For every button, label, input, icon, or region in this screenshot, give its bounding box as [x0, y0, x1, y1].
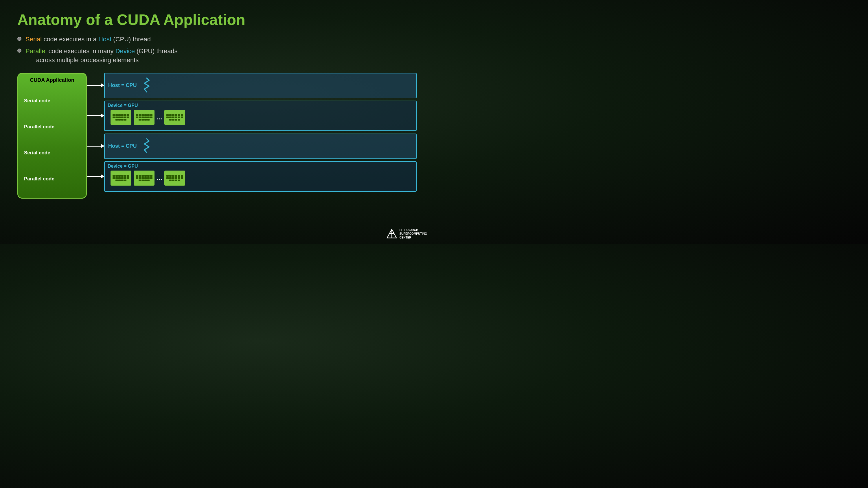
serial-label-1: Serial: [26, 36, 42, 43]
diagram: CUDA Application Serial code Parallel co…: [18, 73, 416, 199]
cuda-app-box: CUDA Application Serial code Parallel co…: [18, 73, 87, 199]
psc-logo: PITTSBURGH SUPERCOMPUTING CENTER: [386, 228, 427, 239]
bullet-1: Serial code executes in a Host (CPU) thr…: [18, 35, 416, 44]
psc-icon: [386, 229, 397, 239]
gpu-block-inner-1a: [111, 110, 131, 125]
dots-1: ...: [157, 113, 162, 121]
host-row-1: Host = CPU: [87, 73, 416, 98]
gpu-block-2a: [111, 170, 131, 186]
parallel-code-row-1: Parallel code: [24, 114, 80, 140]
gpu-block-2b: [134, 170, 155, 186]
right-side: Host = CPU Device = GPU: [87, 73, 416, 193]
dots-2: ...: [157, 174, 162, 182]
bullet-2: Parallel code executes in many Device (G…: [18, 47, 416, 65]
device-row-2: Device = GPU: [87, 161, 416, 193]
gpu-block-inner-2c: [164, 170, 185, 186]
page-title: Anatomy of a CUDA Application: [18, 11, 416, 28]
bullet-list: Serial code executes in a Host (CPU) thr…: [18, 35, 416, 64]
cuda-app-title: CUDA Application: [30, 77, 74, 83]
host-label-box-1: Host = CPU: [108, 83, 137, 89]
psc-text-block: PITTSBURGH SUPERCOMPUTING CENTER: [399, 228, 427, 239]
gpu-block-1c: [164, 110, 185, 125]
device-box-2: Device = GPU: [104, 161, 416, 192]
arrow-3: [87, 146, 104, 147]
device-box-1: Device = GPU: [104, 101, 416, 131]
psc-line3: CENTER: [399, 236, 427, 239]
slide: Anatomy of a CUDA Application Serial cod…: [0, 0, 434, 244]
parallel-label: Parallel: [26, 47, 46, 55]
bullet-2-part2: code executes in many: [49, 47, 116, 55]
cpu-icon-1: [143, 77, 151, 94]
arrow-1: [87, 85, 104, 86]
gpu-block-1a: [111, 110, 131, 125]
gpu-blocks-1: ...: [111, 110, 413, 125]
cpu-icon-2: [143, 138, 151, 154]
gpu-block-inner-1b: [134, 110, 155, 125]
bullet-1-part3: (CPU) thread: [113, 36, 151, 43]
host-box-1: Host = CPU: [104, 73, 416, 98]
host-label-1: Host: [98, 36, 112, 43]
device-label-box-2: Device = GPU: [107, 164, 138, 168]
gpu-block-1b: [134, 110, 155, 125]
zigzag-svg-2: [143, 138, 151, 153]
bullet-dot-2: [18, 48, 22, 53]
host-box-2: Host = CPU: [104, 134, 416, 159]
serial-code-row-1: Serial code: [24, 88, 80, 114]
gpu-blocks-2: ...: [111, 170, 413, 186]
serial-code-label-2: Serial code: [24, 150, 50, 156]
arrow-2: [87, 116, 104, 116]
bullet-1-part2: code executes in a: [43, 36, 98, 43]
host-row-2: Host = CPU: [87, 134, 416, 159]
device-label-box-1: Device = GPU: [107, 103, 138, 108]
gpu-block-inner-1c: [164, 110, 185, 125]
device-label: Device: [116, 47, 135, 55]
parallel-code-label-2: Parallel code: [24, 176, 54, 182]
bullet-1-text: Serial code executes in a Host (CPU) thr…: [26, 35, 151, 44]
gpu-block-2c: [164, 170, 185, 186]
psc-line1: PITTSBURGH: [399, 228, 427, 232]
gpu-block-inner-2a: [111, 170, 131, 186]
bullet-dot-1: [18, 37, 22, 41]
parallel-code-label-1: Parallel code: [24, 124, 54, 130]
device-row-1: Device = GPU: [87, 100, 416, 132]
serial-code-row-2: Serial code: [24, 140, 80, 166]
arrow-4: [87, 176, 104, 177]
psc-line2: SUPERCOMPUTING: [399, 232, 427, 236]
serial-code-label-1: Serial code: [24, 98, 50, 104]
zigzag-svg-1: [143, 77, 151, 93]
parallel-code-row-2: Parallel code: [24, 166, 80, 192]
host-label-box-2: Host = CPU: [108, 143, 137, 149]
code-labels: Serial code Parallel code Serial code Pa…: [24, 86, 80, 194]
bullet-2-text: Parallel code executes in many Device (G…: [26, 47, 178, 65]
gpu-block-inner-2b: [134, 170, 155, 186]
psc-triangle-icon: [386, 229, 397, 239]
